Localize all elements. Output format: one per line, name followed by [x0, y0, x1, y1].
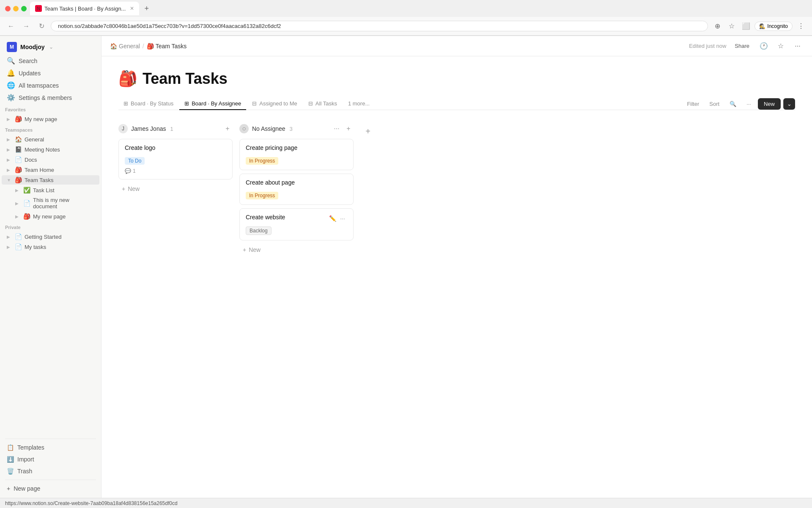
meeting-notes-label: Meeting Notes	[25, 146, 94, 153]
share-button[interactable]: Share	[731, 41, 753, 51]
search-board-button[interactable]: 🔍	[726, 99, 740, 109]
tab-more[interactable]: 1 more...	[343, 98, 375, 110]
column-add-button-2[interactable]: +	[343, 124, 354, 134]
cast-icon[interactable]: ⊕	[711, 20, 723, 32]
tab-board-by-assignee[interactable]: ⊞ Board · By Assignee	[179, 98, 246, 110]
card-create-logo[interactable]: Create logo ✏️ ··· To Do 💬 1	[118, 139, 233, 179]
sidebar-item-updates[interactable]: 🔔 Updates	[2, 67, 99, 79]
sidebar-item-import[interactable]: ⬇️ Import	[2, 454, 99, 465]
browser-titlebar: N Team Tasks | Board · By Assign... ✕ +	[0, 0, 812, 17]
forward-button[interactable]: →	[20, 20, 32, 32]
settings-icon: ⚙️	[7, 94, 15, 102]
tab-assigned-to-me[interactable]: ⊟ Assigned to Me	[247, 98, 302, 110]
my-new-page-2-label: My new page	[33, 213, 94, 220]
templates-label: Templates	[17, 444, 44, 451]
menu-icon[interactable]: ⋮	[795, 20, 807, 32]
sidebar-item-meeting-notes[interactable]: ▶ 📓 Meeting Notes	[2, 145, 99, 154]
close-dot[interactable]	[5, 6, 11, 11]
new-button-caret[interactable]: ⌄	[783, 98, 795, 110]
card-edit-button[interactable]: ✏️	[207, 144, 216, 154]
column-add-button[interactable]: +	[222, 124, 233, 134]
card-edit-button[interactable]: ✏️	[328, 179, 337, 188]
card-more-button[interactable]: ···	[217, 144, 226, 154]
card-create-about-page[interactable]: Create about page ✏️ ··· In Progress	[239, 174, 354, 205]
add-card-no-assignee[interactable]: + New	[239, 244, 354, 256]
card-create-pricing-page[interactable]: Create pricing page ✏️ ··· In Progress	[239, 139, 354, 170]
star-icon[interactable]: ☆	[726, 20, 738, 32]
add-label: New	[128, 185, 140, 192]
clock-icon[interactable]: 🕐	[758, 40, 770, 52]
sidebar-item-team-tasks[interactable]: ▼ 🎒 Team Tasks	[2, 175, 99, 185]
add-card-james-jonas[interactable]: + New	[118, 183, 233, 195]
star-icon[interactable]: ☆	[775, 40, 787, 52]
window-controls	[5, 6, 27, 11]
card-more-button[interactable]: ···	[338, 144, 347, 154]
card-edit-button[interactable]: ✏️	[328, 144, 337, 154]
new-button[interactable]: New	[758, 98, 781, 110]
filter-button[interactable]: Filter	[683, 99, 702, 109]
tab-favicon: N	[35, 5, 42, 12]
sidebar-item-settings[interactable]: ⚙️ Settings & members	[2, 92, 99, 103]
sort-button[interactable]: Sort	[706, 99, 723, 109]
all-tasks-icon: ⊟	[308, 100, 313, 107]
board-column-no-assignee: ○ No Assignee 3 ··· + Create pricing pag…	[239, 120, 354, 256]
settings-label: Settings & members	[19, 94, 72, 101]
back-button[interactable]: ←	[5, 20, 17, 32]
status-bar-url: https://www.notion.so/Create-website-7aa…	[5, 500, 178, 506]
card-edit-button[interactable]: ✏️	[328, 214, 337, 223]
more-options-icon[interactable]: ···	[792, 40, 804, 52]
caret-icon: ▶	[15, 201, 20, 206]
breadcrumb-separator: /	[143, 43, 144, 50]
sidebar-item-my-tasks[interactable]: ▶ 📄 My tasks	[2, 242, 99, 251]
status-bar: https://www.notion.so/Create-website-7aa…	[0, 498, 812, 508]
column-more-button[interactable]: ···	[332, 124, 342, 134]
sidebar-item-all-teamspaces[interactable]: 🌐 All teamspaces	[2, 80, 99, 91]
workspace-caret-icon: ⌄	[49, 44, 53, 50]
sidebar-item-getting-started[interactable]: ▶ 📄 Getting Started	[2, 232, 99, 241]
breadcrumb-home[interactable]: 🏠 General	[110, 43, 140, 50]
more-view-options-button[interactable]: ···	[743, 99, 754, 109]
new-tab-button[interactable]: +	[144, 4, 149, 13]
add-column-button[interactable]: +	[360, 124, 376, 139]
current-page-icon: 🎒	[147, 43, 154, 50]
sidebar-item-my-new-page[interactable]: ▶ 🎒 My new page	[2, 114, 99, 124]
sidebar-item-my-new-page-2[interactable]: ▶ 🎒 My new page	[2, 212, 99, 221]
add-icon: +	[122, 185, 125, 192]
card-website-title: Create website	[246, 214, 328, 221]
address-bar[interactable]	[51, 21, 708, 31]
new-page-button[interactable]: + New page	[2, 483, 99, 494]
incognito-icon: 🕵️	[759, 23, 765, 29]
card-more-button[interactable]: ···	[338, 214, 347, 223]
my-new-page-label: My new page	[25, 116, 94, 122]
workspace-selector[interactable]: M Moodjoy ⌄	[2, 39, 99, 55]
column-header-no-assignee: ○ No Assignee 3 ··· +	[239, 120, 354, 139]
page-emoji-icon: 🎒	[118, 70, 137, 88]
breadcrumb-current[interactable]: 🎒 Team Tasks	[147, 43, 187, 50]
page-header: 🎒 Team Tasks	[118, 70, 795, 88]
sidebar-item-task-list[interactable]: ▶ ✅ Task List	[2, 185, 99, 195]
extension-icon[interactable]: ⬜	[740, 20, 752, 32]
column-header-james-jonas: J James Jonas 1 +	[118, 120, 233, 139]
minimize-dot[interactable]	[13, 6, 19, 11]
tab-all-tasks[interactable]: ⊟ All Tasks	[303, 98, 342, 110]
incognito-button[interactable]: 🕵️ Incognito	[754, 22, 793, 31]
reload-button[interactable]: ↻	[36, 20, 47, 32]
james-jonas-actions: +	[222, 124, 233, 134]
sidebar-item-docs[interactable]: ▶ 📄 Docs	[2, 155, 99, 164]
caret-icon: ▶	[7, 147, 12, 152]
maximize-dot[interactable]	[21, 6, 27, 11]
browser-tab[interactable]: N Team Tasks | Board · By Assign... ✕	[30, 2, 139, 15]
sidebar-item-this-is-my-new-document[interactable]: ▶ 📄 This is my new document	[2, 196, 99, 211]
sidebar-item-team-home[interactable]: ▶ 🎒 Team Home	[2, 165, 99, 174]
import-icon: ⬇️	[7, 456, 14, 463]
sidebar-item-general[interactable]: ▶ 🏠 General	[2, 135, 99, 144]
trash-label: Trash	[17, 468, 32, 475]
card-more-button[interactable]: ···	[338, 179, 347, 188]
sidebar-item-templates[interactable]: 📋 Templates	[2, 442, 99, 453]
sidebar-item-search[interactable]: 🔍 Search	[2, 55, 99, 66]
card-create-website[interactable]: Create website ✏️ ··· Backlog	[239, 208, 354, 240]
sidebar-item-trash[interactable]: 🗑️ Trash	[2, 466, 99, 477]
card-website-actions: ✏️ ···	[328, 214, 347, 223]
tab-close-icon[interactable]: ✕	[130, 6, 134, 11]
tab-board-by-status[interactable]: ⊞ Board · By Status	[118, 98, 178, 110]
